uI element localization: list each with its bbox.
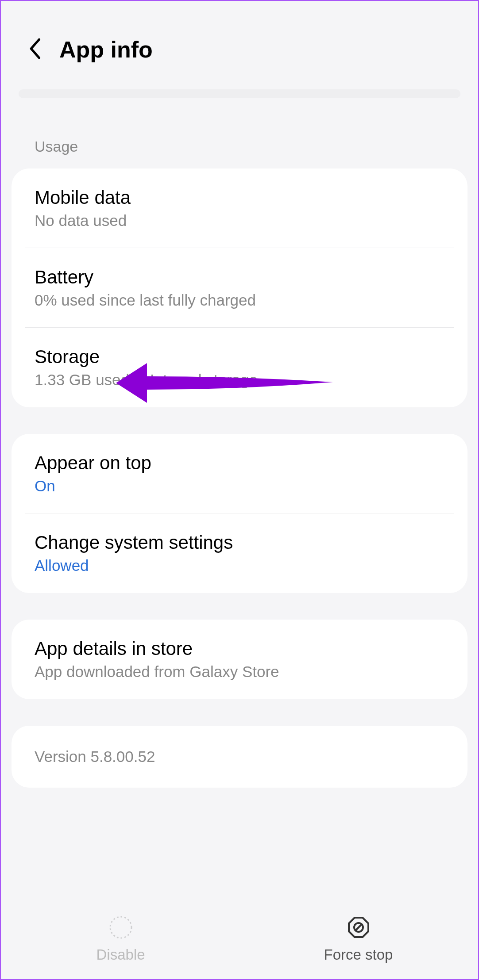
item-subtitle: 0% used since last fully charged <box>35 291 444 309</box>
page-title: App info <box>59 36 153 63</box>
svg-point-0 <box>110 917 131 938</box>
usage-card: Mobile data No data used Battery 0% used… <box>12 168 467 407</box>
disable-button: Disable <box>2 900 240 979</box>
item-title: Change system settings <box>35 532 444 553</box>
section-label-usage: Usage <box>1 116 478 168</box>
battery-item[interactable]: Battery 0% used since last fully charged <box>12 248 467 328</box>
item-title: Mobile data <box>35 187 444 208</box>
item-title: Storage <box>35 346 444 368</box>
appear-on-top-item[interactable]: Appear on top On <box>12 434 467 513</box>
divider <box>19 89 460 98</box>
item-subtitle: No data used <box>35 212 444 230</box>
force-stop-icon <box>347 915 371 941</box>
store-card: App details in store App downloaded from… <box>12 620 467 699</box>
change-system-settings-item[interactable]: Change system settings Allowed <box>12 513 467 593</box>
item-title: Appear on top <box>35 452 444 474</box>
force-stop-label: Force stop <box>324 946 393 963</box>
disable-label: Disable <box>96 946 145 963</box>
svg-line-2 <box>355 924 362 930</box>
item-subtitle: App downloaded from Galaxy Store <box>35 663 444 681</box>
item-subtitle: Allowed <box>35 557 444 574</box>
item-title: App details in store <box>35 638 444 659</box>
back-icon[interactable] <box>27 37 42 62</box>
item-subtitle: 1.33 GB used in Internal storage <box>35 371 444 389</box>
version-text: Version 5.8.00.52 <box>35 748 444 766</box>
version-card: Version 5.8.00.52 <box>12 726 467 788</box>
disable-icon <box>109 915 133 941</box>
storage-item[interactable]: Storage 1.33 GB used in Internal storage <box>12 328 467 407</box>
advanced-card: Appear on top On Change system settings … <box>12 434 467 593</box>
bottom-bar: Disable Force stop <box>2 900 477 979</box>
mobile-data-item[interactable]: Mobile data No data used <box>12 168 467 248</box>
item-subtitle: On <box>35 477 444 495</box>
item-title: Battery <box>35 267 444 288</box>
force-stop-button[interactable]: Force stop <box>240 900 477 979</box>
app-details-store-item[interactable]: App details in store App downloaded from… <box>12 620 467 699</box>
